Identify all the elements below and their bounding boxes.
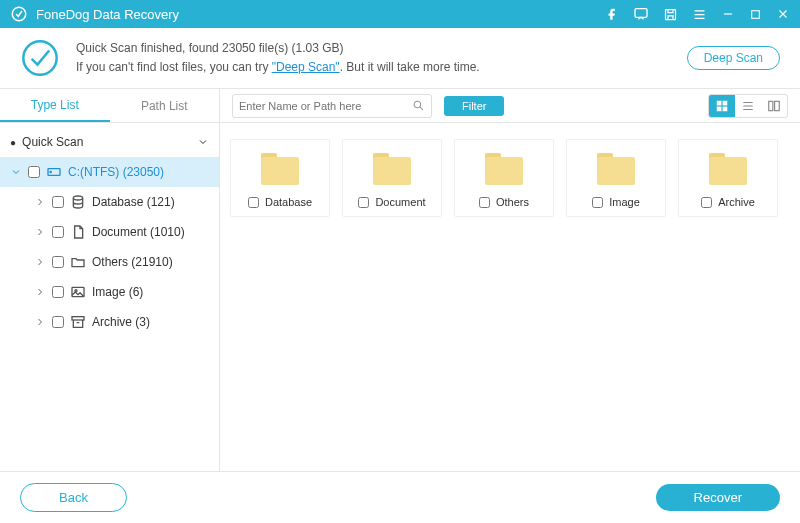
minimize-icon[interactable]: [721, 7, 735, 21]
scan-complete-check-icon: [20, 38, 60, 78]
view-list-icon[interactable]: [735, 95, 761, 117]
folder-checkbox[interactable]: [479, 197, 490, 208]
archive-icon: [70, 314, 86, 330]
svg-rect-15: [723, 106, 728, 111]
tree-cat-checkbox[interactable]: [52, 256, 64, 268]
folder-icon: [482, 150, 526, 188]
folder-checkbox[interactable]: [592, 197, 603, 208]
folder-card-archive[interactable]: Archive: [678, 139, 778, 217]
content-toolbar: Filter: [220, 89, 800, 123]
main-area: Type List Path List ● Quick Scan C:(NTFS…: [0, 89, 800, 471]
svg-point-11: [414, 101, 421, 108]
tree-cat-label: Archive (3): [92, 315, 150, 329]
share-facebook-icon[interactable]: [605, 7, 619, 21]
folder-checkbox[interactable]: [701, 197, 712, 208]
chevron-right-icon[interactable]: [34, 196, 46, 208]
view-detail-icon[interactable]: [761, 95, 787, 117]
svg-point-4: [23, 41, 56, 74]
view-switch: [708, 94, 788, 118]
svg-point-7: [73, 196, 82, 200]
tree-drive-label: C:(NTFS) (23050): [68, 165, 164, 179]
folder-icon: [70, 254, 86, 270]
folder-label: Image: [609, 196, 640, 208]
folder-card-database[interactable]: Database: [230, 139, 330, 217]
view-grid-icon[interactable]: [709, 95, 735, 117]
svg-rect-16: [769, 101, 773, 110]
folder-card-document[interactable]: Document: [342, 139, 442, 217]
deep-scan-button[interactable]: Deep Scan: [687, 46, 780, 70]
search-box[interactable]: [232, 94, 432, 118]
app-title: FoneDog Data Recovery: [36, 7, 605, 22]
folder-grid: Database Document Others Image Archive: [220, 123, 800, 471]
recover-button[interactable]: Recover: [656, 484, 780, 511]
image-icon: [70, 284, 86, 300]
maximize-icon[interactable]: [749, 8, 762, 21]
tab-path-list[interactable]: Path List: [110, 89, 220, 122]
search-icon[interactable]: [412, 99, 425, 112]
chevron-right-icon[interactable]: [34, 226, 46, 238]
close-icon[interactable]: [776, 7, 790, 21]
folder-card-others[interactable]: Others: [454, 139, 554, 217]
tree-cat-others[interactable]: Others (21910): [0, 247, 219, 277]
folder-icon: [258, 150, 302, 188]
tree-cat-checkbox[interactable]: [52, 196, 64, 208]
tree-root-quick-scan[interactable]: ● Quick Scan: [0, 127, 219, 157]
status-line1: Quick Scan finished, found 23050 file(s)…: [76, 39, 687, 58]
chevron-right-icon[interactable]: [34, 286, 46, 298]
folder-icon: [706, 150, 750, 188]
tree-drive[interactable]: C:(NTFS) (23050): [0, 157, 219, 187]
folder-label: Document: [375, 196, 425, 208]
svg-rect-13: [723, 100, 728, 105]
tree-root-label: Quick Scan: [22, 135, 83, 149]
sidebar-tabs: Type List Path List: [0, 89, 219, 123]
chevron-right-icon[interactable]: [34, 256, 46, 268]
folder-icon: [370, 150, 414, 188]
tree-cat-document[interactable]: Document (1010): [0, 217, 219, 247]
svg-rect-17: [775, 101, 780, 110]
chevron-down-icon[interactable]: [10, 166, 22, 178]
folder-label: Archive: [718, 196, 755, 208]
back-button[interactable]: Back: [20, 483, 127, 512]
tree-drive-checkbox[interactable]: [28, 166, 40, 178]
search-input[interactable]: [239, 100, 412, 112]
tree-cat-label: Document (1010): [92, 225, 185, 239]
window-controls: [605, 6, 790, 22]
svg-point-6: [50, 171, 51, 172]
svg-rect-10: [72, 317, 84, 320]
filter-button[interactable]: Filter: [444, 96, 504, 116]
tree-cat-checkbox[interactable]: [52, 316, 64, 328]
folder-card-image[interactable]: Image: [566, 139, 666, 217]
tree-cat-label: Others (21910): [92, 255, 173, 269]
svg-rect-3: [752, 10, 760, 18]
feedback-icon[interactable]: [633, 6, 649, 22]
app-logo-icon: [10, 5, 28, 23]
folder-label: Others: [496, 196, 529, 208]
database-icon: [70, 194, 86, 210]
tree: ● Quick Scan C:(NTFS) (23050) Database (…: [0, 123, 219, 341]
tree-cat-checkbox[interactable]: [52, 286, 64, 298]
sidebar: Type List Path List ● Quick Scan C:(NTFS…: [0, 89, 220, 471]
folder-checkbox[interactable]: [358, 197, 369, 208]
svg-rect-1: [635, 9, 647, 18]
tab-type-list[interactable]: Type List: [0, 89, 110, 122]
chevron-right-icon[interactable]: [34, 316, 46, 328]
drive-icon: [46, 164, 62, 180]
status-message: Quick Scan finished, found 23050 file(s)…: [76, 39, 687, 77]
bullet-icon: ●: [10, 137, 16, 148]
tree-cat-database[interactable]: Database (121): [0, 187, 219, 217]
chevron-down-icon[interactable]: [197, 136, 209, 148]
document-icon: [70, 224, 86, 240]
content-panel: Filter Database Document Others: [220, 89, 800, 471]
menu-icon[interactable]: [692, 7, 707, 22]
folder-icon: [594, 150, 638, 188]
tree-cat-archive[interactable]: Archive (3): [0, 307, 219, 337]
tree-cat-label: Database (121): [92, 195, 175, 209]
save-icon[interactable]: [663, 7, 678, 22]
footer: Back Recover: [0, 471, 800, 523]
tree-cat-image[interactable]: Image (6): [0, 277, 219, 307]
tree-cat-checkbox[interactable]: [52, 226, 64, 238]
status-banner: Quick Scan finished, found 23050 file(s)…: [0, 28, 800, 89]
folder-label: Database: [265, 196, 312, 208]
folder-checkbox[interactable]: [248, 197, 259, 208]
deep-scan-link[interactable]: "Deep Scan": [272, 60, 340, 74]
